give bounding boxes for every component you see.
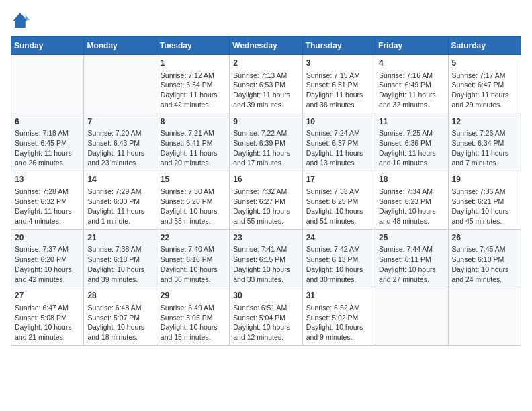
calendar-cell: 27Sunrise: 6:47 AM Sunset: 5:08 PM Dayli… [11, 287, 84, 346]
day-number: 4 [379, 58, 444, 69]
calendar-cell: 29Sunrise: 6:49 AM Sunset: 5:05 PM Dayli… [157, 287, 229, 346]
day-number: 21 [87, 232, 152, 244]
header-day-sunday: Sunday [11, 37, 84, 55]
day-number: 28 [87, 290, 152, 302]
calendar-cell: 26Sunrise: 7:45 AM Sunset: 6:10 PM Dayli… [448, 229, 521, 287]
calendar-cell: 6Sunrise: 7:18 AM Sunset: 6:45 PM Daylig… [11, 113, 84, 171]
day-info: Sunrise: 7:45 AM Sunset: 6:10 PM Dayligh… [452, 244, 517, 284]
day-number: 8 [161, 116, 226, 128]
day-info: Sunrise: 7:22 AM Sunset: 6:39 PM Dayligh… [233, 128, 298, 168]
day-number: 14 [87, 174, 152, 185]
day-number: 27 [15, 290, 80, 302]
day-number: 26 [452, 232, 517, 244]
calendar-cell: 15Sunrise: 7:30 AM Sunset: 6:28 PM Dayli… [157, 171, 229, 230]
day-info: Sunrise: 7:32 AM Sunset: 6:27 PM Dayligh… [233, 187, 298, 226]
calendar-cell [448, 287, 521, 346]
calendar-cell [84, 55, 157, 113]
day-number: 11 [379, 116, 444, 128]
calendar-cell [375, 287, 448, 346]
header-day-thursday: Thursday [302, 37, 375, 55]
day-number: 5 [452, 58, 517, 69]
day-number: 3 [306, 58, 371, 69]
day-number: 25 [379, 232, 444, 244]
calendar-cell: 17Sunrise: 7:33 AM Sunset: 6:25 PM Dayli… [302, 171, 375, 230]
day-info: Sunrise: 7:29 AM Sunset: 6:30 PM Dayligh… [87, 187, 152, 226]
day-info: Sunrise: 6:47 AM Sunset: 5:08 PM Dayligh… [15, 303, 80, 342]
week-row-2: 13Sunrise: 7:28 AM Sunset: 6:32 PM Dayli… [11, 171, 521, 230]
day-info: Sunrise: 7:20 AM Sunset: 6:43 PM Dayligh… [87, 128, 152, 168]
calendar-cell: 11Sunrise: 7:25 AM Sunset: 6:36 PM Dayli… [375, 113, 448, 171]
header-day-friday: Friday [375, 37, 448, 55]
calendar-cell: 10Sunrise: 7:24 AM Sunset: 6:37 PM Dayli… [302, 113, 375, 171]
week-row-1: 6Sunrise: 7:18 AM Sunset: 6:45 PM Daylig… [11, 113, 521, 171]
calendar-cell: 1Sunrise: 7:12 AM Sunset: 6:54 PM Daylig… [157, 55, 229, 113]
day-number: 10 [306, 116, 371, 128]
day-number: 12 [452, 116, 517, 128]
day-info: Sunrise: 7:24 AM Sunset: 6:37 PM Dayligh… [306, 128, 371, 168]
calendar-cell: 2Sunrise: 7:13 AM Sunset: 6:53 PM Daylig… [230, 55, 302, 113]
day-info: Sunrise: 6:48 AM Sunset: 5:07 PM Dayligh… [87, 303, 152, 342]
day-info: Sunrise: 7:38 AM Sunset: 6:18 PM Dayligh… [87, 244, 152, 284]
calendar-cell: 3Sunrise: 7:15 AM Sunset: 6:51 PM Daylig… [302, 55, 375, 113]
calendar-cell: 25Sunrise: 7:44 AM Sunset: 6:11 PM Dayli… [375, 229, 448, 287]
logo-icon [11, 11, 30, 30]
week-row-4: 27Sunrise: 6:47 AM Sunset: 5:08 PM Dayli… [11, 287, 521, 346]
day-info: Sunrise: 6:49 AM Sunset: 5:05 PM Dayligh… [161, 303, 226, 342]
day-info: Sunrise: 7:40 AM Sunset: 6:16 PM Dayligh… [161, 244, 226, 284]
day-number: 31 [306, 290, 371, 302]
day-info: Sunrise: 7:26 AM Sunset: 6:34 PM Dayligh… [452, 128, 517, 168]
day-number: 2 [233, 58, 298, 69]
calendar-body: 1Sunrise: 7:12 AM Sunset: 6:54 PM Daylig… [11, 55, 521, 346]
calendar-header: SundayMondayTuesdayWednesdayThursdayFrid… [11, 37, 521, 55]
calendar-cell: 24Sunrise: 7:42 AM Sunset: 6:13 PM Dayli… [302, 229, 375, 287]
calendar-cell: 19Sunrise: 7:36 AM Sunset: 6:21 PM Dayli… [448, 171, 521, 230]
day-info: Sunrise: 7:13 AM Sunset: 6:53 PM Dayligh… [233, 71, 298, 110]
day-number: 30 [233, 290, 298, 302]
calendar-cell: 9Sunrise: 7:22 AM Sunset: 6:39 PM Daylig… [230, 113, 302, 171]
day-number: 9 [233, 116, 298, 128]
logo [11, 11, 32, 30]
day-info: Sunrise: 7:17 AM Sunset: 6:47 PM Dayligh… [452, 71, 517, 110]
day-info: Sunrise: 6:52 AM Sunset: 5:02 PM Dayligh… [306, 303, 371, 342]
calendar-cell: 4Sunrise: 7:16 AM Sunset: 6:49 PM Daylig… [375, 55, 448, 113]
day-info: Sunrise: 7:34 AM Sunset: 6:23 PM Dayligh… [379, 187, 444, 226]
day-info: Sunrise: 7:15 AM Sunset: 6:51 PM Dayligh… [306, 71, 371, 110]
header-day-monday: Monday [84, 37, 157, 55]
day-info: Sunrise: 7:44 AM Sunset: 6:11 PM Dayligh… [379, 244, 444, 284]
week-row-3: 20Sunrise: 7:37 AM Sunset: 6:20 PM Dayli… [11, 229, 521, 287]
calendar-cell: 28Sunrise: 6:48 AM Sunset: 5:07 PM Dayli… [84, 287, 157, 346]
day-number: 20 [15, 232, 80, 244]
day-info: Sunrise: 7:16 AM Sunset: 6:49 PM Dayligh… [379, 71, 444, 110]
day-number: 17 [306, 174, 371, 185]
header-row: SundayMondayTuesdayWednesdayThursdayFrid… [11, 37, 521, 55]
calendar-table: SundayMondayTuesdayWednesdayThursdayFrid… [11, 36, 521, 346]
week-row-0: 1Sunrise: 7:12 AM Sunset: 6:54 PM Daylig… [11, 55, 521, 113]
calendar-cell: 13Sunrise: 7:28 AM Sunset: 6:32 PM Dayli… [11, 171, 84, 230]
calendar-cell: 5Sunrise: 7:17 AM Sunset: 6:47 PM Daylig… [448, 55, 521, 113]
calendar-cell: 23Sunrise: 7:41 AM Sunset: 6:15 PM Dayli… [230, 229, 302, 287]
calendar-cell [11, 55, 84, 113]
day-number: 18 [379, 174, 444, 185]
day-number: 13 [15, 174, 80, 185]
calendar-cell: 31Sunrise: 6:52 AM Sunset: 5:02 PM Dayli… [302, 287, 375, 346]
day-info: Sunrise: 7:25 AM Sunset: 6:36 PM Dayligh… [379, 128, 444, 168]
day-number: 23 [233, 232, 298, 244]
calendar-cell: 12Sunrise: 7:26 AM Sunset: 6:34 PM Dayli… [448, 113, 521, 171]
day-number: 6 [15, 116, 80, 128]
calendar-cell: 8Sunrise: 7:21 AM Sunset: 6:41 PM Daylig… [157, 113, 229, 171]
page-header [11, 11, 521, 30]
day-number: 19 [452, 174, 517, 185]
header-day-tuesday: Tuesday [157, 37, 229, 55]
day-number: 15 [161, 174, 226, 185]
header-day-wednesday: Wednesday [230, 37, 302, 55]
calendar-cell: 22Sunrise: 7:40 AM Sunset: 6:16 PM Dayli… [157, 229, 229, 287]
calendar-cell: 16Sunrise: 7:32 AM Sunset: 6:27 PM Dayli… [230, 171, 302, 230]
calendar-cell: 7Sunrise: 7:20 AM Sunset: 6:43 PM Daylig… [84, 113, 157, 171]
day-number: 1 [161, 58, 226, 69]
day-info: Sunrise: 7:12 AM Sunset: 6:54 PM Dayligh… [161, 71, 226, 110]
day-number: 16 [233, 174, 298, 185]
calendar-cell: 20Sunrise: 7:37 AM Sunset: 6:20 PM Dayli… [11, 229, 84, 287]
day-info: Sunrise: 7:21 AM Sunset: 6:41 PM Dayligh… [161, 128, 226, 168]
day-info: Sunrise: 7:28 AM Sunset: 6:32 PM Dayligh… [15, 187, 80, 226]
day-info: Sunrise: 7:42 AM Sunset: 6:13 PM Dayligh… [306, 244, 371, 284]
